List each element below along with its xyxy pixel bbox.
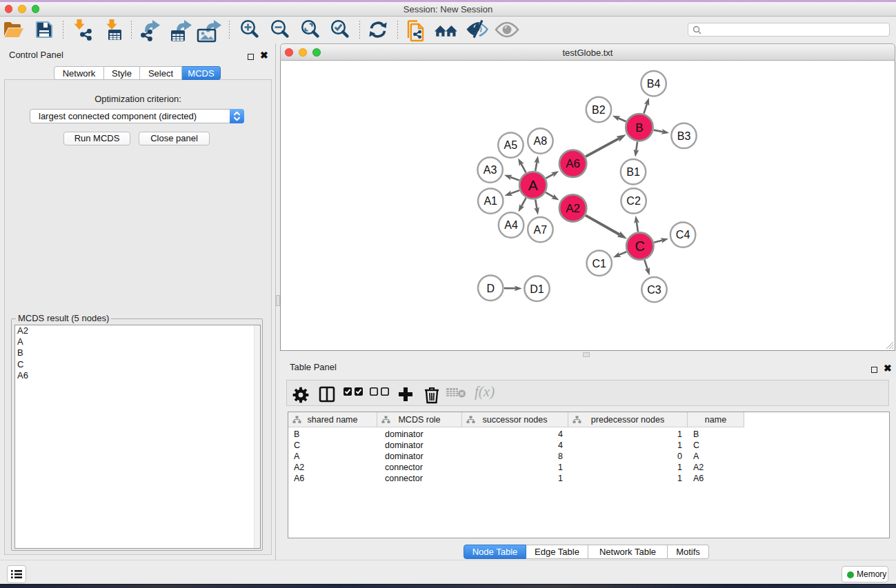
svg-text:C: C [635, 239, 645, 254]
svg-text:C1: C1 [592, 258, 606, 270]
svg-text:A: A [528, 177, 538, 193]
svg-text:B4: B4 [647, 78, 661, 90]
svg-text:A3: A3 [484, 164, 497, 176]
svg-text:C2: C2 [626, 195, 641, 207]
svg-text:A7: A7 [534, 224, 548, 236]
svg-text:D1: D1 [530, 283, 544, 295]
svg-text:A1: A1 [484, 195, 497, 207]
svg-text:A8: A8 [534, 135, 548, 147]
svg-text:B2: B2 [592, 104, 606, 116]
svg-text:C4: C4 [676, 229, 690, 241]
svg-text:A4: A4 [504, 219, 518, 231]
svg-text:C3: C3 [647, 284, 661, 296]
svg-text:D: D [486, 283, 495, 294]
svg-text:A5: A5 [504, 139, 518, 151]
svg-text:A2: A2 [566, 202, 580, 215]
svg-text:A6: A6 [566, 157, 580, 170]
svg-text:B1: B1 [626, 166, 640, 178]
svg-text:B: B [635, 121, 643, 134]
svg-text:B3: B3 [677, 130, 691, 142]
